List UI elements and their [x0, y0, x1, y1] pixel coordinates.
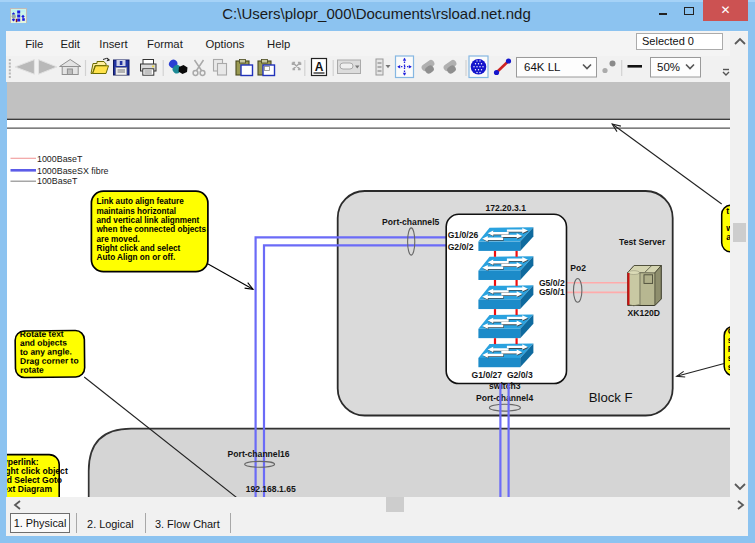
svg-text:G1/0/27: G1/0/27	[471, 370, 502, 380]
svg-text:Po2: Po2	[570, 264, 586, 274]
svg-text:Right click object: Right click object	[7, 466, 68, 476]
svg-text:Next Diagram: Next Diagram	[7, 484, 52, 494]
svg-text:Block F: Block F	[589, 390, 633, 405]
svg-text:rotate: rotate	[20, 365, 44, 375]
svg-text:64K LL: 64K LL	[524, 61, 561, 73]
svg-text:G2/0/3: G2/0/3	[507, 370, 533, 380]
svg-text:are moved.: are moved.	[96, 235, 139, 244]
svg-text:Auto Align on or off.: Auto Align on or off.	[96, 253, 175, 262]
svg-text:maintains horizontal: maintains horizontal	[96, 207, 176, 216]
svg-text:switch3: switch3	[489, 381, 521, 391]
svg-text:G5/0/1: G5/0/1	[539, 287, 565, 297]
svg-text:and vertical link alignment: and vertical link alignment	[96, 216, 199, 225]
svg-text:XK120D: XK120D	[627, 308, 659, 318]
svg-text:Right click and select: Right click and select	[96, 244, 180, 253]
svg-text:Port-channel5: Port-channel5	[382, 217, 439, 227]
svg-text:Test Server: Test Server	[619, 237, 666, 247]
svg-text:t: t	[726, 206, 729, 216]
svg-text:Port-channel16: Port-channel16	[227, 449, 289, 459]
svg-text:1000BaseT: 1000BaseT	[37, 154, 83, 164]
svg-text:100BaseT: 100BaseT	[37, 176, 78, 186]
svg-text:172.20.3.1: 172.20.3.1	[485, 203, 526, 213]
svg-text:Link auto align feature: Link auto align feature	[96, 197, 184, 206]
svg-text:1000BaseSX fibre: 1000BaseSX fibre	[37, 166, 109, 176]
svg-text:G2/0/2: G2/0/2	[447, 242, 473, 252]
svg-text:192.168.1.65: 192.168.1.65	[245, 484, 295, 494]
svg-text:A: A	[315, 60, 324, 74]
svg-text:50%: 50%	[657, 61, 680, 73]
svg-text:Port-channel4: Port-channel4	[476, 393, 533, 403]
svg-text:G1/0/26: G1/0/26	[447, 230, 478, 240]
svg-text:when the connected objects: when the connected objects	[95, 225, 206, 234]
